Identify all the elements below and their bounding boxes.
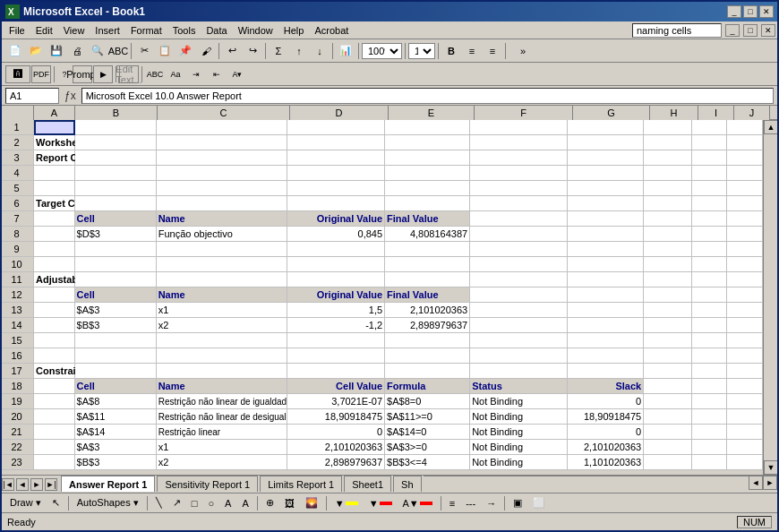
- cell-j19[interactable]: [727, 394, 763, 409]
- cell-g14[interactable]: [568, 318, 644, 333]
- cell-g9[interactable]: [568, 242, 644, 257]
- cell-a17[interactable]: Constraints: [34, 364, 75, 379]
- preview-button[interactable]: 🔍: [88, 42, 107, 60]
- cell-f1[interactable]: [470, 120, 568, 135]
- cell-b21[interactable]: $A$14: [75, 425, 157, 440]
- cell-g17[interactable]: [568, 364, 644, 379]
- cell-i13[interactable]: [692, 303, 728, 318]
- cell-h11[interactable]: [644, 272, 691, 287]
- cell-i10[interactable]: [692, 257, 728, 272]
- textbox-button[interactable]: A: [220, 496, 235, 511]
- cell-d21[interactable]: 0: [287, 425, 385, 440]
- cell-f17[interactable]: [470, 364, 568, 379]
- cell-i11[interactable]: [692, 272, 728, 287]
- cell-h10[interactable]: [644, 257, 692, 272]
- row-num-9[interactable]: 9: [2, 242, 34, 257]
- cell-e6[interactable]: [385, 196, 470, 211]
- cell-j4[interactable]: [727, 166, 763, 181]
- cell-b4[interactable]: [75, 166, 157, 181]
- cell-c12[interactable]: Name: [157, 287, 288, 303]
- cell-b19[interactable]: $A$8: [75, 394, 157, 409]
- cell-j10[interactable]: [727, 257, 763, 272]
- window-controls[interactable]: _ □ ✕: [727, 5, 774, 18]
- cell-f15[interactable]: [470, 333, 568, 348]
- cell-e1[interactable]: [385, 120, 470, 135]
- col-header-c[interactable]: C: [158, 106, 290, 120]
- open-button[interactable]: 📂: [26, 42, 46, 60]
- cell-e18[interactable]: Formula: [385, 379, 470, 394]
- cell-i17[interactable]: [692, 364, 728, 379]
- close-icon[interactable]: ✕: [761, 24, 775, 37]
- cell-i4[interactable]: [692, 166, 728, 181]
- cell-a3[interactable]: Report Created: 27-12-2004 16:22:12: [34, 150, 75, 166]
- cell-a15[interactable]: [34, 333, 75, 348]
- cell-b12[interactable]: Cell: [75, 287, 157, 303]
- cell-b2[interactable]: [75, 135, 157, 150]
- col-header-d[interactable]: D: [290, 106, 389, 120]
- cell-e8[interactable]: 4,808164387: [385, 227, 470, 242]
- scroll-up-button[interactable]: ▲: [764, 120, 777, 134]
- outdent-btn[interactable]: ⇤: [207, 65, 227, 83]
- cell-h17[interactable]: [644, 364, 691, 379]
- cell-i1[interactable]: [692, 120, 728, 135]
- pdf-icon[interactable]: PDF: [31, 65, 51, 83]
- row-num-12[interactable]: 12: [2, 287, 34, 303]
- highlight-btn[interactable]: A▾: [227, 65, 247, 83]
- cell-g8[interactable]: [568, 227, 644, 242]
- cell-a2[interactable]: Worksheet: [Book1]Sheet1: [34, 135, 75, 150]
- cell-g18[interactable]: Slack: [568, 379, 644, 394]
- acrobat-icon[interactable]: 🅰: [5, 65, 30, 83]
- cell-f22[interactable]: Not Binding: [470, 440, 568, 455]
- hscroll-track[interactable]: [424, 476, 749, 493]
- cell-g4[interactable]: [568, 166, 644, 181]
- sheet-tab-sensitivity-report[interactable]: Sensitivity Report 1: [157, 476, 258, 492]
- cell-e17[interactable]: [385, 364, 470, 379]
- cell-g3[interactable]: [568, 150, 644, 166]
- cell-i22[interactable]: [692, 440, 728, 455]
- cell-f4[interactable]: [470, 166, 568, 181]
- cell-e16[interactable]: [385, 348, 470, 364]
- cell-j8[interactable]: [727, 227, 763, 242]
- hscroll-right-button[interactable]: ►: [763, 476, 777, 490]
- cell-e11[interactable]: [385, 272, 470, 287]
- cell-d16[interactable]: [287, 348, 385, 364]
- cell-h1[interactable]: [644, 120, 691, 135]
- cell-e3[interactable]: [385, 150, 470, 166]
- cell-c7[interactable]: Name: [157, 211, 288, 227]
- cell-f21[interactable]: Not Binding: [470, 425, 568, 440]
- cell-d11[interactable]: [287, 272, 385, 287]
- menu-insert[interactable]: Insert: [90, 23, 125, 38]
- sheet-tab-answer-report[interactable]: Answer Report 1: [61, 476, 155, 492]
- cell-g20[interactable]: 18,90918475: [568, 409, 644, 425]
- prompt-arrow[interactable]: ▶: [93, 65, 113, 83]
- cell-j5[interactable]: [727, 181, 763, 196]
- row-num-18[interactable]: 18: [2, 379, 34, 394]
- cell-c1[interactable]: [157, 120, 288, 135]
- cell-f7[interactable]: [470, 211, 568, 227]
- cell-e21[interactable]: $A$14=0: [385, 425, 470, 440]
- restore-icon[interactable]: □: [743, 24, 758, 37]
- cell-i7[interactable]: [692, 211, 728, 227]
- cell-a21[interactable]: [34, 425, 75, 440]
- cell-e2[interactable]: [385, 135, 470, 150]
- cell-h21[interactable]: [644, 425, 692, 440]
- cell-i21[interactable]: [692, 425, 728, 440]
- cell-f12[interactable]: [470, 287, 568, 303]
- rect-button[interactable]: □: [187, 496, 202, 511]
- row-num-11[interactable]: 11: [2, 272, 34, 287]
- row-num-1[interactable]: 1: [2, 120, 34, 135]
- cell-d12[interactable]: Original Value: [287, 287, 385, 303]
- cell-f13[interactable]: [470, 303, 568, 318]
- menu-window[interactable]: Window: [233, 23, 278, 38]
- cell-g19[interactable]: 0: [568, 394, 644, 409]
- cell-a4[interactable]: [34, 166, 75, 181]
- clipart-button[interactable]: 🖼: [280, 496, 299, 511]
- select-objects-button[interactable]: ↖: [47, 495, 64, 511]
- cell-e19[interactable]: $A$8=0: [385, 394, 470, 409]
- cell-f19[interactable]: Not Binding: [470, 394, 568, 409]
- cell-b17[interactable]: [75, 364, 157, 379]
- cell-d6[interactable]: [287, 196, 385, 211]
- hscroll-left-button[interactable]: ◄: [749, 476, 763, 490]
- cell-g12[interactable]: [568, 287, 644, 303]
- menu-tools[interactable]: Tools: [167, 23, 201, 38]
